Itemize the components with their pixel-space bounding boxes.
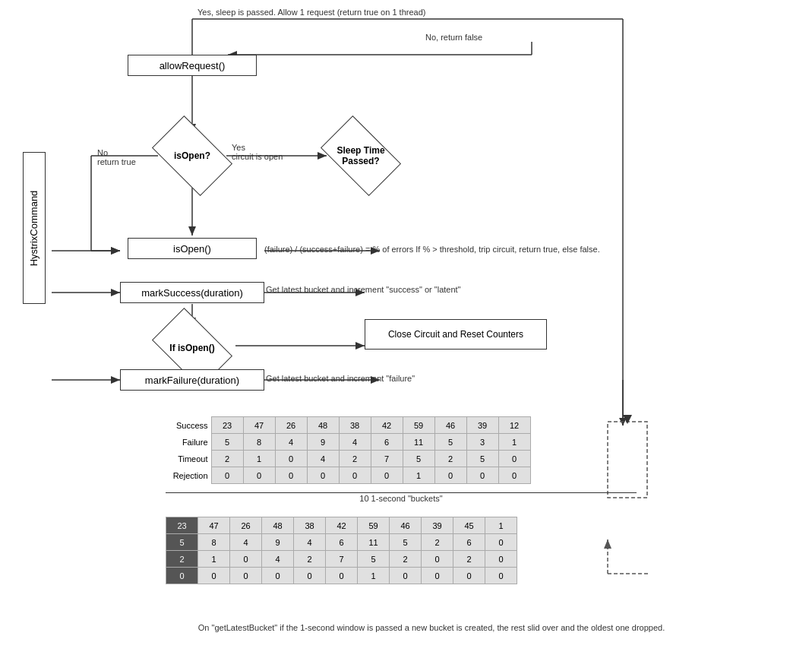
is-open-formula-label: (failure) / (success+failure) = % of err… — [264, 245, 629, 254]
svg-marker-36 — [623, 415, 632, 424]
diagram-container: HystrixCommand allowRequest() isOpen? Sl… — [0, 0, 812, 658]
bucket-table-2: 2347264838425946394515849461152602104275… — [166, 517, 517, 584]
allow-request-box: allowRequest() — [128, 55, 257, 76]
mark-success-box: markSuccess(duration) — [120, 282, 264, 303]
svg-marker-22 — [111, 376, 120, 384]
svg-marker-12 — [111, 247, 120, 255]
is-open-func-box: isOpen() — [128, 238, 257, 259]
no-return-true-label: No return true — [97, 148, 136, 166]
is-open-diamond: isOpen? — [158, 133, 226, 179]
yes-sleep-label: Yes, sleep is passed. Allow 1 request (r… — [197, 8, 425, 17]
hystrix-command-box: HystrixCommand — [23, 152, 46, 304]
sleep-time-diamond: Sleep Time Passed? — [327, 133, 395, 179]
if-is-open-diamond: If isOpen() — [158, 325, 226, 371]
buckets-label — [166, 492, 637, 493]
bottom-note: On "getLatestBucket" if the 1-second win… — [166, 623, 697, 632]
svg-marker-18 — [111, 247, 120, 255]
mark-failure-box: markFailure(duration) — [120, 369, 264, 391]
svg-rect-35 — [608, 422, 647, 498]
bucket-table-1: Success23472648384259463912Failure584946… — [166, 416, 531, 484]
svg-marker-31 — [355, 342, 365, 350]
yes-circuit-open-label: Yes circuit is open — [232, 143, 283, 161]
buckets-label-text: 10 1-second "buckets" — [166, 494, 637, 503]
mark-failure-label: Get latest bucket and increment "failure… — [266, 374, 585, 383]
svg-marker-20 — [111, 289, 120, 296]
svg-marker-16 — [188, 226, 196, 236]
mark-success-label: Get latest bucket and increment "success… — [266, 285, 608, 294]
hystrix-command-label: HystrixCommand — [29, 190, 40, 266]
close-circuit-box: Close Circuit and Reset Counters — [365, 319, 547, 350]
svg-marker-3 — [619, 418, 627, 425]
svg-marker-39 — [604, 539, 611, 549]
no-return-false-label: No, return false — [425, 33, 482, 42]
